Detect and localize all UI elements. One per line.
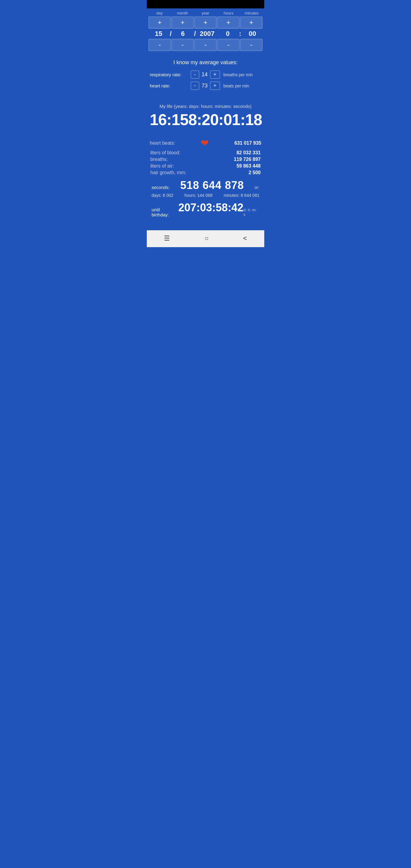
liters-blood-value: 82 032 331 (236, 150, 261, 156)
hours-value: 0 (218, 29, 238, 39)
heart-rate-label: heart rate: (150, 83, 189, 88)
minutes-plus-button[interactable]: + (240, 17, 262, 29)
menu-button[interactable]: ☰ (159, 233, 175, 244)
heart-rate-value: 73 (200, 83, 209, 89)
datetime-labels: day month year hours minutes (148, 11, 263, 16)
hours-plus-button[interactable]: + (217, 17, 240, 29)
breaths-row: breaths: 119 726 897 (150, 157, 261, 162)
respiratory-rate-control: - 14 + (191, 70, 220, 79)
month-plus-button[interactable]: + (171, 17, 194, 29)
values-row: 15 / 6 / 2007 0 : 00 (148, 29, 263, 39)
respiratory-minus-button[interactable]: - (191, 70, 199, 79)
hair-growth-row: hair growth, mm: 2 500 (150, 170, 261, 176)
liters-blood-label: liters of blood: (150, 150, 181, 156)
home-button[interactable]: ○ (200, 233, 213, 244)
seconds-label: seconds: (152, 185, 170, 190)
heart-rate-row: heart rate: - 73 + beats per min (150, 82, 261, 90)
life-counter: 16:158:20:01:18 (150, 111, 261, 128)
year-plus-button[interactable]: + (194, 17, 217, 29)
hours-label: hours (217, 11, 240, 16)
main-content: day month year hours minutes + + + + + 1… (147, 8, 264, 230)
year-label: year (194, 11, 217, 16)
heart-beats-label: heart beats: (150, 141, 176, 146)
life-label: My life (years: days: hours: minutes: se… (150, 104, 261, 109)
breaths-value: 119 726 897 (234, 157, 261, 162)
days-value: days: 6 002 (152, 193, 173, 198)
respiratory-unit: breaths per min (224, 72, 253, 77)
nav-bar: ☰ ○ < (147, 230, 264, 247)
month-value: 6 (173, 29, 193, 39)
hair-growth-label: hair growth, mm: (150, 170, 186, 176)
respiratory-value: 14 (200, 71, 209, 78)
hair-growth-value: 2 500 (249, 170, 261, 176)
sep2: / (193, 30, 196, 38)
month-minus-button[interactable]: - (171, 39, 194, 51)
year-minus-button[interactable]: - (194, 39, 217, 51)
day-plus-button[interactable]: + (149, 17, 171, 29)
minutes-minus-button[interactable]: - (240, 39, 262, 51)
heart-rate-control: - 73 + (191, 82, 220, 90)
day-label: day (148, 11, 171, 16)
minutes-value: minutes: 8 644 081 (224, 193, 259, 198)
birthday-unit: d: h: m: s (244, 208, 259, 217)
respiratory-rate-row: respiratory rate: - 14 + breaths per min (150, 70, 261, 79)
heart-beats-value: 631 017 935 (234, 141, 261, 146)
minus-buttons-row: - - - - - (148, 39, 263, 51)
sep3: : (238, 30, 242, 38)
respiratory-rate-label: respiratory rate: (150, 72, 189, 77)
datetime-section: day month year hours minutes + + + + + 1… (147, 8, 264, 52)
liters-air-label: liters of air: (150, 163, 174, 169)
heart-rate-minus-button[interactable]: - (191, 82, 199, 90)
heart-beats-row: heart beats: ❤ 631 017 935 (150, 137, 261, 149)
days-hours-row: days: 6 002 hours: 144 068 minutes: 8 64… (150, 192, 261, 200)
breaths-label: breaths: (150, 157, 168, 162)
heart-icon: ❤ (176, 137, 235, 149)
hours-value: hours: 144 068 (184, 193, 213, 198)
heart-rate-plus-button[interactable]: + (210, 82, 220, 90)
liters-blood-row: liters of blood: 82 032 331 (150, 150, 261, 156)
birthday-label: until birthday: (152, 207, 179, 217)
status-bar (147, 0, 264, 8)
stats-section: heart beats: ❤ 631 017 935 liters of blo… (147, 131, 264, 223)
liters-air-value: 59 863 448 (236, 163, 261, 169)
year-value: 2007 (197, 29, 217, 39)
respiratory-plus-button[interactable]: + (210, 70, 220, 79)
birthday-row: until birthday: 207:03:58:42 d: h: m: s (150, 200, 261, 220)
minutes-label: minutes (240, 11, 263, 16)
know-values-section: I know my average values: respiratory ra… (147, 52, 264, 98)
plus-buttons-row: + + + + + (148, 17, 263, 29)
heart-rate-unit: beats per min (224, 84, 249, 88)
sep1: / (169, 30, 172, 38)
liters-air-row: liters of air: 59 863 448 (150, 163, 261, 169)
minutes-value: 00 (243, 29, 262, 39)
day-value: 15 (149, 29, 168, 39)
month-label: month (171, 11, 194, 16)
or-label: or: (255, 185, 259, 190)
back-button[interactable]: < (238, 233, 252, 244)
day-minus-button[interactable]: - (149, 39, 171, 51)
seconds-row: seconds: 518 644 878 or: (150, 177, 261, 192)
life-section: My life (years: days: hours: minutes: se… (147, 98, 264, 131)
hours-minus-button[interactable]: - (217, 39, 240, 51)
know-values-title: I know my average values: (150, 59, 261, 66)
birthday-value: 207:03:58:42 (179, 201, 244, 214)
seconds-value: 518 644 878 (180, 179, 244, 192)
